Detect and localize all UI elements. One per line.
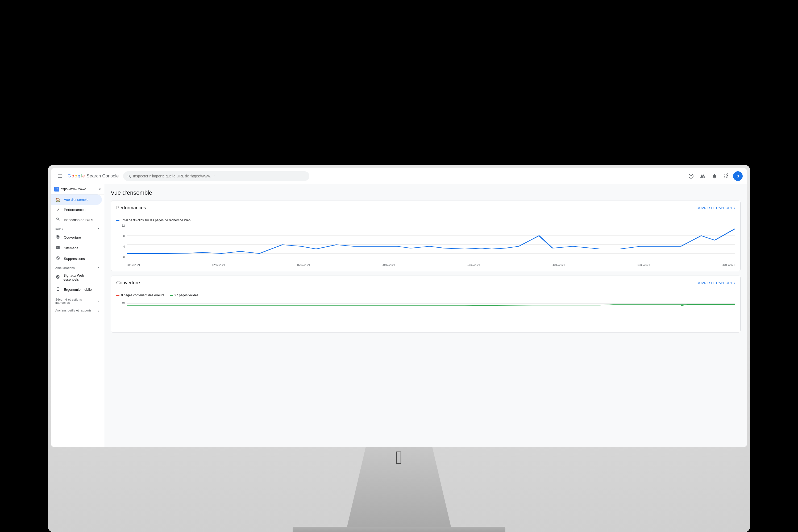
sidebar-label-suppressions: Suppressions xyxy=(64,257,85,261)
chevron-right-icon: › xyxy=(734,206,735,210)
legend-blue-dot xyxy=(116,220,119,221)
home-icon: 🏠 xyxy=(55,197,61,202)
sidebar-label-ergonomie-mobile: Ergonomie mobile xyxy=(64,288,92,291)
legend-red-dot xyxy=(116,295,119,296)
sidebar-label-vue-ensemble: Vue d'ensemble xyxy=(64,198,88,202)
top-right-icons: ? xyxy=(686,171,743,181)
y-label-12: 12 xyxy=(116,224,125,227)
sidebar-section-securite: Sécurité et actions manuelles ∨ xyxy=(51,296,104,305)
trending-icon: ↗ xyxy=(55,208,61,212)
performances-x-axis: 08/02/2021 12/02/2021 16/02/2021 20/02/2… xyxy=(116,263,735,267)
couverture-card-header: Couverture OUVRIR LE RAPPORT › xyxy=(111,276,740,290)
sidebar-label-signaux-web: Signaux Web essentiels xyxy=(63,273,98,281)
couverture-icon xyxy=(55,234,61,240)
couverture-legend-valid: 27 pages valides xyxy=(170,293,198,297)
sidebar-item-signaux-web[interactable]: Signaux Web essentiels xyxy=(51,271,102,284)
google-logo: Google Search Console xyxy=(68,173,119,179)
couverture-step-line xyxy=(681,305,735,306)
property-url: https://www.//wwe xyxy=(61,187,97,191)
people-button[interactable] xyxy=(698,171,707,181)
sidebar-section-ameliorations: Améliorations ∧ xyxy=(51,264,104,271)
performances-legend-text: Total de 96 clics sur les pages de reche… xyxy=(121,218,190,222)
help-icon: ? xyxy=(688,173,694,179)
sidebar-label-inspection-url: Inspection de l'URL xyxy=(64,218,94,222)
search-icon xyxy=(127,174,131,178)
y-label-8: 8 xyxy=(116,235,125,238)
performances-legend: Total de 96 clics sur les pages de reche… xyxy=(116,218,735,222)
sidebar: C https://www.//wwe ▾ 🏠 Vue d'ensemble ↗… xyxy=(51,184,104,447)
notifications-button[interactable] xyxy=(710,171,719,181)
logo-l: l xyxy=(81,173,82,179)
apple-logo:  xyxy=(396,447,402,468)
index-section-arrow[interactable]: ∧ xyxy=(97,227,100,231)
couverture-card-title: Couverture xyxy=(116,280,140,286)
people-icon xyxy=(700,173,705,179)
sidebar-item-ergonomie-mobile[interactable]: Ergonomie mobile xyxy=(51,284,102,295)
y-label-4: 4 xyxy=(116,245,125,248)
property-selector[interactable]: C https://www.//wwe ▾ xyxy=(51,184,104,194)
ameliorations-section-label: Améliorations xyxy=(55,266,75,269)
property-icon: C xyxy=(54,187,59,191)
performances-card-header: Performances OUVRIR LE RAPPORT › xyxy=(111,201,740,215)
sidebar-item-inspection-url[interactable]: Inspection de l'URL xyxy=(51,214,102,225)
content-area: Vue d'ensemble Performances OUVRIR LE RA… xyxy=(104,184,747,447)
sidebar-item-suppressions[interactable]: Suppressions xyxy=(51,253,102,264)
logo-search-console: Search Console xyxy=(87,173,119,179)
sidebar-item-sitemaps[interactable]: Sitemaps xyxy=(51,243,102,253)
performances-line xyxy=(127,229,735,253)
sidebar-label-sitemaps: Sitemaps xyxy=(64,246,78,250)
logo-o2: o xyxy=(75,173,77,179)
couverture-card: Couverture OUVRIR LE RAPPORT › 0 pages c… xyxy=(111,276,741,332)
sidebar-section-index: Index ∧ xyxy=(51,225,104,232)
sidebar-item-couverture[interactable]: Couverture xyxy=(51,232,102,243)
page-title: Vue d'ensemble xyxy=(111,189,741,196)
signaux-icon xyxy=(55,275,60,280)
logo-o1: o xyxy=(72,173,74,179)
sidebar-item-performances[interactable]: ↗ Performances xyxy=(51,205,102,214)
logo-g: G xyxy=(68,173,71,179)
bell-icon xyxy=(712,173,717,179)
apps-button[interactable] xyxy=(721,171,731,181)
sidebar-item-vue-ensemble[interactable]: 🏠 Vue d'ensemble xyxy=(51,194,102,205)
logo-e: e xyxy=(82,173,86,179)
couverture-line-chart xyxy=(127,301,735,323)
performances-card-title: Performances xyxy=(116,205,146,211)
y-label-0: 0 xyxy=(116,256,125,259)
sitemaps-icon xyxy=(55,245,61,251)
svg-line-3 xyxy=(57,257,59,259)
performances-open-report-link[interactable]: OUVRIR LE RAPPORT › xyxy=(697,206,735,210)
url-search-input[interactable] xyxy=(133,174,306,178)
securite-section-label: Sécurité et actions manuelles xyxy=(55,298,97,304)
performances-card-body: Total de 96 clics sur les pages de reche… xyxy=(111,215,740,271)
couverture-y-axis: 30 xyxy=(116,301,126,323)
help-button[interactable]: ? xyxy=(686,171,696,181)
inspect-icon xyxy=(55,217,61,222)
index-section-label: Index xyxy=(55,227,63,231)
anciens-outils-section-arrow[interactable]: ∨ xyxy=(97,308,100,312)
legend-green-dot xyxy=(170,295,173,296)
couverture-chevron-right-icon: › xyxy=(734,281,735,285)
property-dropdown-arrow: ▾ xyxy=(99,187,101,191)
couverture-legend: 0 pages contenant des erreurs 27 pages v… xyxy=(116,293,735,299)
suppressions-icon xyxy=(55,256,61,261)
performances-line-chart xyxy=(127,224,735,262)
ameliorations-section-arrow[interactable]: ∧ xyxy=(97,266,100,270)
couverture-valid-text: 27 pages valides xyxy=(174,293,198,297)
performances-chart: 12 8 4 0 xyxy=(116,224,735,267)
url-search-bar[interactable] xyxy=(123,171,309,181)
securite-section-arrow[interactable]: ∨ xyxy=(97,299,100,303)
couverture-errors-text: 0 pages contenant des erreurs xyxy=(121,293,165,297)
couverture-chart: 30 xyxy=(116,301,735,328)
performances-card: Performances OUVRIR LE RAPPORT › Total d… xyxy=(111,201,741,271)
top-navigation-bar: ☰ Google Search Console Google Search Co… xyxy=(51,168,747,184)
mobile-icon xyxy=(55,287,61,292)
couverture-open-report-link[interactable]: OUVRIR LE RAPPORT › xyxy=(697,281,735,285)
sidebar-label-couverture: Couverture xyxy=(64,235,81,240)
logo-g2: g xyxy=(78,173,80,179)
anciens-outils-section-label: Anciens outils et rapports xyxy=(55,309,92,312)
hamburger-menu-button[interactable]: ☰ xyxy=(55,171,64,182)
svg-text:?: ? xyxy=(690,174,692,178)
performances-y-axis: 12 8 4 0 xyxy=(116,224,126,259)
couverture-card-body: 0 pages contenant des erreurs 27 pages v… xyxy=(111,290,740,332)
user-avatar[interactable]: a xyxy=(733,171,743,181)
